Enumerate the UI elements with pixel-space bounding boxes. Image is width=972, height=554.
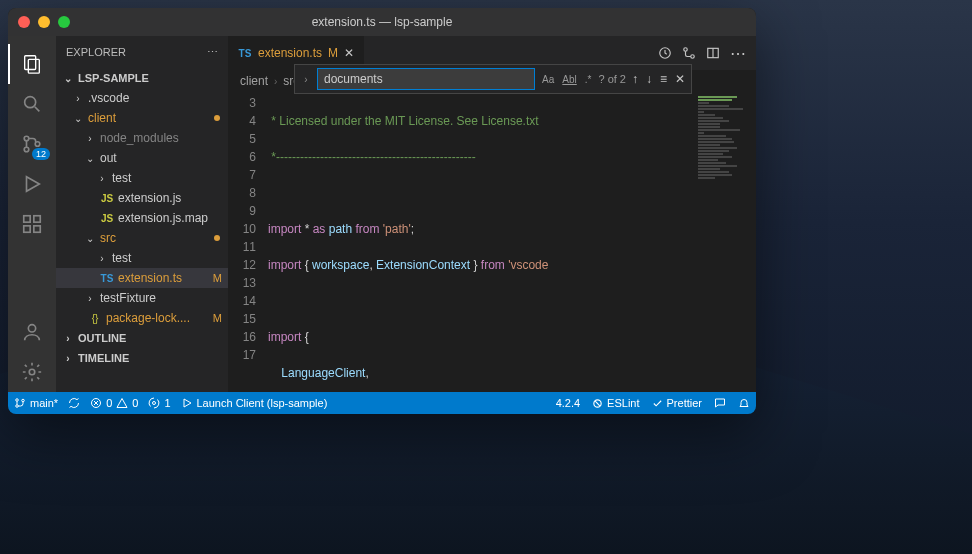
run-debug-icon[interactable] <box>8 164 56 204</box>
chevron-right-icon: › <box>62 353 74 364</box>
folder-src[interactable]: ⌄ src <box>56 228 228 248</box>
folder-client[interactable]: ⌄ client <box>56 108 228 128</box>
chevron-right-icon: › <box>96 173 108 184</box>
modified-dot-icon <box>214 115 220 121</box>
titlebar: extension.ts — lsp-sample <box>8 8 756 36</box>
svg-rect-9 <box>34 216 40 222</box>
explorer-sidebar: EXPLORER ⋯ ⌄ LSP-SAMPLE › .vscode ⌄ clie… <box>56 36 228 392</box>
svg-point-2 <box>25 97 36 108</box>
more-actions-icon[interactable]: ⋯ <box>730 44 746 63</box>
window-title: extension.ts — lsp-sample <box>312 15 453 29</box>
find-next-icon[interactable]: ↓ <box>644 70 654 88</box>
find-widget: › Aa Abl .* ? of 2 ↑ ↓ ≡ ✕ <box>294 64 692 94</box>
history-icon[interactable] <box>658 46 672 60</box>
svg-marker-7 <box>27 177 40 192</box>
svg-rect-10 <box>24 226 30 232</box>
svg-marker-25 <box>184 399 191 407</box>
svg-point-5 <box>24 147 29 152</box>
outline-section[interactable]: › OUTLINE <box>56 328 228 348</box>
folder-vscode[interactable]: › .vscode <box>56 88 228 108</box>
find-close-icon[interactable]: ✕ <box>673 70 687 88</box>
find-input[interactable] <box>317 68 535 90</box>
chevron-down-icon: ⌄ <box>62 73 74 84</box>
svg-point-12 <box>28 325 35 332</box>
workspace-root[interactable]: ⌄ LSP-SAMPLE <box>56 68 228 88</box>
prettier-status[interactable]: Prettier <box>652 397 702 409</box>
svg-point-19 <box>16 405 19 408</box>
diff-icon[interactable] <box>682 46 696 60</box>
source-control-icon[interactable]: 12 <box>8 124 56 164</box>
eslint-status[interactable]: ESLint <box>592 397 639 409</box>
split-editor-icon[interactable] <box>706 46 720 60</box>
svg-rect-1 <box>28 59 39 73</box>
svg-point-15 <box>691 55 695 59</box>
chevron-right-icon: › <box>62 333 74 344</box>
svg-line-3 <box>35 107 40 112</box>
folder-out-test[interactable]: › test <box>56 168 228 188</box>
problems-status[interactable]: 0 0 <box>90 397 138 409</box>
code-editor[interactable]: 34567891011121314151617 * Licensed under… <box>228 92 756 392</box>
file-extension-js[interactable]: JS extension.js <box>56 188 228 208</box>
feedback-icon[interactable] <box>714 397 726 409</box>
js-file-icon: JS <box>100 193 114 204</box>
chevron-down-icon: ⌄ <box>72 113 84 124</box>
match-word-icon[interactable]: Abl <box>559 72 579 87</box>
modified-dot-icon <box>214 235 220 241</box>
chevron-down-icon: ⌄ <box>84 233 96 244</box>
launch-status[interactable]: Launch Client (lsp-sample) <box>181 397 328 409</box>
settings-icon[interactable] <box>8 352 56 392</box>
window-maximize-button[interactable] <box>58 16 70 28</box>
svg-line-27 <box>595 401 600 406</box>
svg-point-13 <box>29 369 35 375</box>
file-extension-ts[interactable]: TS extension.ts M <box>56 268 228 288</box>
match-case-icon[interactable]: Aa <box>539 72 557 87</box>
accounts-icon[interactable] <box>8 312 56 352</box>
find-prev-icon[interactable]: ↑ <box>630 70 640 88</box>
svg-point-18 <box>16 399 19 402</box>
close-tab-icon[interactable]: ✕ <box>344 46 354 60</box>
timeline-section[interactable]: › TIMELINE <box>56 348 228 368</box>
code-content[interactable]: * Licensed under the MIT License. See Li… <box>268 92 696 392</box>
toggle-replace-icon[interactable]: › <box>299 74 313 85</box>
svg-point-6 <box>35 142 40 147</box>
file-package-lock[interactable]: {} package-lock.... M <box>56 308 228 328</box>
status-bar: main* 0 0 1 Launch Client (lsp-sample) 4… <box>8 392 756 414</box>
chevron-right-icon: › <box>84 293 96 304</box>
find-result-count: ? of 2 <box>598 73 626 85</box>
chevron-right-icon: › <box>96 253 108 264</box>
chevron-down-icon: ⌄ <box>84 153 96 164</box>
version-status[interactable]: 4.2.4 <box>556 397 580 409</box>
extensions-icon[interactable] <box>8 204 56 244</box>
folder-test-fixture[interactable]: › testFixture <box>56 288 228 308</box>
svg-point-14 <box>684 48 688 52</box>
svg-rect-8 <box>24 216 30 222</box>
bell-icon[interactable] <box>738 397 750 409</box>
window-close-button[interactable] <box>18 16 30 28</box>
file-extension-js-map[interactable]: JS extension.js.map <box>56 208 228 228</box>
minimap[interactable] <box>696 92 756 392</box>
svg-rect-11 <box>34 226 40 232</box>
chevron-right-icon: › <box>84 133 96 144</box>
scm-badge: 12 <box>32 148 50 160</box>
explorer-more-icon[interactable]: ⋯ <box>207 46 218 59</box>
folder-out[interactable]: ⌄ out <box>56 148 228 168</box>
svg-point-24 <box>153 402 156 405</box>
ts-file-icon: TS <box>238 48 252 59</box>
svg-rect-0 <box>25 56 36 70</box>
sync-status[interactable] <box>68 397 80 409</box>
branch-status[interactable]: main* <box>14 397 58 409</box>
search-icon[interactable] <box>8 84 56 124</box>
json-file-icon: {} <box>88 313 102 324</box>
svg-point-20 <box>22 399 25 402</box>
ports-status[interactable]: 1 <box>148 397 170 409</box>
regex-icon[interactable]: .* <box>582 72 595 87</box>
activity-bar: 12 <box>8 36 56 392</box>
folder-node-modules[interactable]: › node_modules <box>56 128 228 148</box>
js-file-icon: JS <box>100 213 114 224</box>
explorer-title: EXPLORER <box>66 46 126 58</box>
explorer-icon[interactable] <box>8 44 56 84</box>
vscode-window: extension.ts — lsp-sample 12 <box>8 8 756 414</box>
window-minimize-button[interactable] <box>38 16 50 28</box>
find-selection-icon[interactable]: ≡ <box>658 70 669 88</box>
folder-src-test[interactable]: › test <box>56 248 228 268</box>
